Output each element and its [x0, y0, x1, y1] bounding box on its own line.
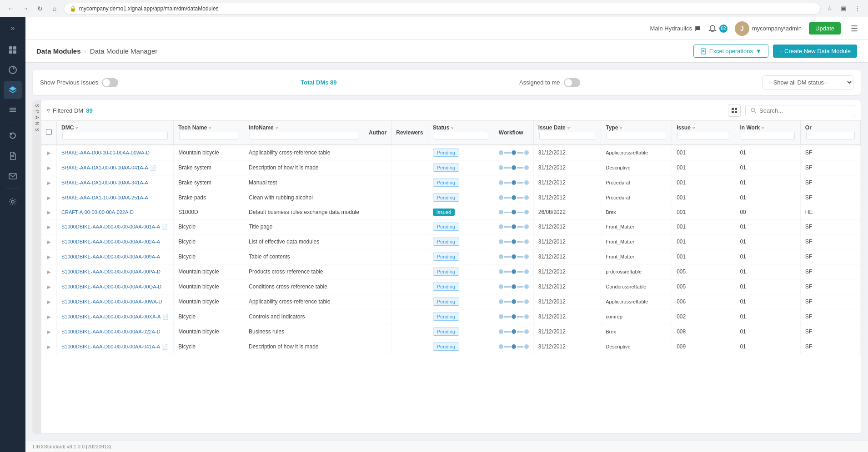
- status-filter-input[interactable]: [434, 132, 488, 140]
- sidebar-item-list[interactable]: [4, 101, 22, 119]
- sidebar-item-dashboard[interactable]: [4, 41, 22, 59]
- th-in-work-sort[interactable]: ▿: [762, 125, 764, 130]
- th-in-work[interactable]: In Work ▿: [735, 121, 800, 145]
- dmc-filter-input[interactable]: [62, 132, 168, 140]
- sidebar-item-analytics[interactable]: [4, 61, 22, 79]
- sidebar-toggle[interactable]: »: [5, 21, 20, 35]
- row-expander[interactable]: ▶: [47, 224, 51, 229]
- row-expander[interactable]: ▶: [47, 299, 51, 304]
- th-status[interactable]: Status ▿: [428, 121, 494, 145]
- sidebar-item-mail[interactable]: [4, 167, 22, 185]
- row-expander[interactable]: ▶: [47, 150, 51, 155]
- table-row[interactable]: ▶ S1000DBIKE-AAA-D00-00-00-00AA-022A-D M…: [41, 324, 861, 339]
- extension-icon[interactable]: ▣: [838, 3, 849, 14]
- row-dmc[interactable]: S1000DBIKE-AAA-D00-00-00-00AA-041A-A📄: [57, 339, 174, 354]
- menu-icon[interactable]: ⋮: [852, 3, 863, 14]
- row-dmc[interactable]: BRAKE-AAA-DA1-10-00-00AA-251A-A: [57, 190, 174, 205]
- row-expander[interactable]: ▶: [47, 329, 51, 334]
- reload-button[interactable]: ↻: [35, 3, 45, 14]
- row-expander[interactable]: ▶: [47, 239, 51, 244]
- table-row[interactable]: ▶ S1000DBIKE-AAA-D00-00-00-00AA-00WA-D M…: [41, 294, 861, 309]
- th-issue-date[interactable]: Issue Date ▿: [533, 121, 601, 145]
- in-work-filter-input[interactable]: [741, 132, 794, 140]
- th-issue[interactable]: Issue ▿: [672, 121, 735, 145]
- table-row[interactable]: ▶ S1000DBIKE-AAA-D00-00-00-00AA-002A-A B…: [41, 234, 861, 249]
- table-row[interactable]: ▶ S1000DBIKE-AAA-D00-00-00-00AA-00XA-A📄 …: [41, 309, 861, 324]
- th-issue-sort[interactable]: ▿: [692, 125, 695, 130]
- row-expander[interactable]: ▶: [47, 195, 51, 200]
- th-status-sort[interactable]: ▿: [451, 125, 453, 130]
- row-expander[interactable]: ▶: [47, 254, 51, 259]
- issue-filter-input[interactable]: [677, 132, 729, 140]
- sidebar-item-refresh[interactable]: [4, 127, 22, 145]
- table-row[interactable]: ▶ BRAKE-AAA-D00-00-00-00AA-00WA-D Mounta…: [41, 145, 861, 160]
- side-panel-tab[interactable]: S P A N S: [33, 100, 41, 433]
- row-expander[interactable]: ▶: [47, 210, 51, 215]
- row-dmc[interactable]: S1000DBIKE-AAA-D00-00-00-00AA-00QA-D: [57, 279, 174, 294]
- row-dmc[interactable]: S1000DBIKE-AAA-D00-00-00-00AA-002A-A: [57, 234, 174, 249]
- row-dmc[interactable]: BRAKE-AAA-DA1-00-00-00AA-341A-A: [57, 175, 174, 190]
- table-row[interactable]: ▶ S1000DBIKE-AAA-D00-00-00-00AA-001A-A📄 …: [41, 219, 861, 234]
- assigned-toggle[interactable]: [564, 78, 580, 87]
- row-expander[interactable]: ▶: [47, 314, 51, 319]
- row-expander[interactable]: ▶: [47, 344, 51, 349]
- row-dmc[interactable]: S1000DBIKE-AAA-D00-00-00-00AA-022A-D: [57, 324, 174, 339]
- row-dmc[interactable]: S1000DBIKE-AAA-D00-00-00-00AA-009A-A: [57, 249, 174, 264]
- row-dmc[interactable]: S1000DBIKE-AAA-D00-00-00-00AA-00PA-D: [57, 264, 174, 279]
- home-button[interactable]: ⌂: [49, 3, 60, 14]
- address-bar[interactable]: 🔒 mycompany.demo1.xignal.app/app/main/dm…: [64, 3, 821, 15]
- row-dmc[interactable]: BRAKE-AAA-DA1-00-00-00AA-041A-A📄: [57, 160, 174, 175]
- th-tech-name[interactable]: Tech Name ▿: [174, 121, 244, 145]
- notification-area[interactable]: 02: [708, 25, 728, 33]
- table-row[interactable]: ▶ BRAKE-AAA-DA1-00-00-00AA-041A-A📄 Brake…: [41, 160, 861, 175]
- row-dmc[interactable]: CRAFT-A-00-00-00-00A-022A-D: [57, 205, 174, 219]
- user-info[interactable]: J mycompany\admin: [735, 21, 802, 36]
- status-filter-dropdown[interactable]: --Show all DM status-- Pending Issued In…: [763, 75, 853, 89]
- th-dmc-sort[interactable]: ▿: [75, 125, 78, 130]
- table-row[interactable]: ▶ BRAKE-AAA-DA1-00-00-00AA-341A-A Brake …: [41, 175, 861, 190]
- create-data-module-button[interactable]: + Create New Data Module: [773, 45, 857, 58]
- table-row[interactable]: ▶ S1000DBIKE-AAA-D00-00-00-00AA-00QA-D M…: [41, 279, 861, 294]
- info-name-filter-input[interactable]: [250, 132, 358, 140]
- issue-date-filter-input[interactable]: [539, 132, 595, 140]
- th-type[interactable]: Type ▿: [601, 121, 672, 145]
- select-all-checkbox[interactable]: [46, 129, 52, 135]
- th-issue-date-sort[interactable]: ▿: [567, 125, 570, 130]
- th-dmc[interactable]: DMC ▿: [57, 121, 174, 145]
- update-button[interactable]: Update: [809, 22, 841, 35]
- row-dmc[interactable]: S1000DBIKE-AAA-D00-00-00-00AA-00XA-A📄: [57, 309, 174, 324]
- view-toggle-button[interactable]: [728, 104, 741, 117]
- th-tech-name-sort[interactable]: ▿: [209, 125, 211, 130]
- row-dmc[interactable]: BRAKE-AAA-D00-00-00-00AA-00WA-D: [57, 145, 174, 160]
- row-expander[interactable]: ▶: [47, 165, 51, 170]
- row-expander[interactable]: ▶: [47, 269, 51, 274]
- bookmark-icon[interactable]: ☆: [824, 3, 835, 14]
- forward-button[interactable]: →: [20, 3, 31, 14]
- sidebar-item-settings[interactable]: [4, 193, 22, 211]
- type-filter-input[interactable]: [607, 132, 666, 140]
- row-expander[interactable]: ▶: [47, 284, 51, 289]
- table-row[interactable]: ▶ S1000DBIKE-AAA-D00-00-00-00AA-009A-A B…: [41, 249, 861, 264]
- hamburger-menu[interactable]: ☰: [848, 22, 861, 35]
- row-dmc[interactable]: S1000DBIKE-AAA-D00-00-00-00AA-001A-A📄: [57, 219, 174, 234]
- th-type-sort[interactable]: ▿: [620, 125, 622, 130]
- table-row[interactable]: ▶ CRAFT-A-00-00-00-00A-022A-D S1000D Def…: [41, 205, 861, 219]
- table-row[interactable]: ▶ BRAKE-AAA-DA1-10-00-00AA-251A-A Brake …: [41, 190, 861, 205]
- row-dmc[interactable]: S1000DBIKE-AAA-D00-00-00-00AA-00WA-D: [57, 294, 174, 309]
- show-previous-toggle[interactable]: [102, 78, 118, 87]
- sidebar-item-layers[interactable]: [4, 81, 22, 99]
- th-info-name[interactable]: InfoName ▿: [244, 121, 364, 145]
- table-row[interactable]: ▶ S1000DBIKE-AAA-D00-00-00-00AA-041A-A📄 …: [41, 339, 861, 354]
- tech-name-filter-input[interactable]: [179, 132, 238, 140]
- sidebar-item-document[interactable]: [4, 147, 22, 165]
- excel-operations-button[interactable]: Excel operations ▼: [693, 45, 768, 58]
- th-info-name-sort[interactable]: ▿: [276, 125, 278, 130]
- or-filter-input[interactable]: [806, 132, 855, 140]
- row-workflow: [494, 249, 533, 264]
- table-scroll[interactable]: DMC ▿: [41, 121, 861, 433]
- back-button[interactable]: ←: [5, 3, 16, 14]
- search-box[interactable]: [745, 105, 855, 116]
- row-expander[interactable]: ▶: [47, 180, 51, 185]
- search-input[interactable]: [759, 107, 850, 114]
- table-row[interactable]: ▶ S1000DBIKE-AAA-D00-00-00-00AA-00PA-D M…: [41, 264, 861, 279]
